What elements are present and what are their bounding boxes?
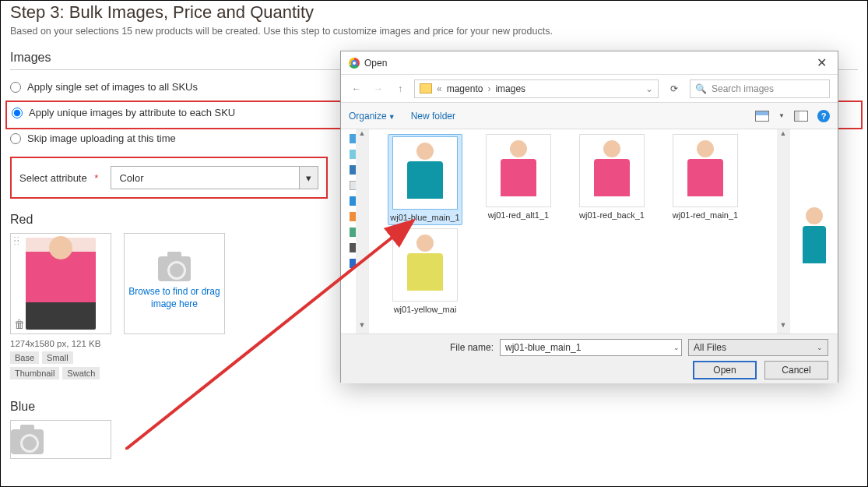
scroll-down-icon[interactable]: ▼ — [777, 321, 789, 333]
search-icon: 🔍 — [695, 83, 707, 94]
file-name: wj01-yellow_mai — [388, 305, 462, 315]
file-name: wj01-blue_main_1 — [390, 213, 460, 223]
step-title: Step 3: Bulk Images, Price and Quantity — [10, 2, 858, 23]
chevron-down-icon: ▾ — [299, 167, 318, 189]
preview-pane — [789, 129, 838, 333]
grid-scrollbar[interactable]: ▲ ▼ — [777, 129, 789, 333]
tag-swatch[interactable]: Swatch — [62, 367, 100, 379]
file-name: wj01-red_alt1_1 — [481, 210, 556, 221]
file-item[interactable]: wj01-blue_main_1 — [388, 134, 462, 225]
file-name: wj01-red_main_1 — [668, 210, 743, 221]
attribute-value: Color — [119, 172, 143, 184]
camera-icon — [11, 429, 44, 454]
view-mode-icon[interactable] — [755, 111, 769, 122]
required-star: * — [94, 172, 98, 184]
file-item[interactable]: wj01-red_main_1 — [668, 134, 743, 225]
chevron-down-icon[interactable]: ⌄ — [817, 344, 823, 351]
radio-label: Skip image uploading at this time — [27, 132, 176, 144]
scroll-up-icon[interactable]: ▲ — [777, 129, 789, 142]
sidebar: ▲ ▼ — [341, 129, 369, 333]
dialog-title: Open — [364, 58, 387, 69]
chevron-down-icon[interactable]: ▼ — [778, 112, 785, 119]
breadcrumb-sep: « — [437, 83, 442, 94]
scroll-down-icon[interactable]: ▼ — [356, 321, 368, 333]
nav-up-icon[interactable]: ↑ — [392, 83, 408, 94]
filename-label: File name: — [450, 342, 494, 353]
sidebar-scrollbar[interactable]: ▲ ▼ — [356, 129, 368, 333]
browse-dropzone-blue[interactable] — [10, 420, 111, 459]
attribute-label: Select attribute — [19, 172, 87, 184]
chevron-down-icon[interactable]: ⌄ — [673, 344, 680, 351]
chevron-down-icon[interactable]: ⌄ — [645, 83, 653, 94]
attribute-select[interactable]: Color ▾ — [111, 166, 318, 189]
filetype-select[interactable]: All Files ⌄ — [688, 339, 828, 356]
radio-label: Apply single set of images to all SKUs — [27, 81, 198, 93]
step-subtitle: Based on your selections 15 new products… — [10, 26, 858, 37]
breadcrumb-part-2[interactable]: images — [495, 83, 525, 94]
file-open-dialog: Open ✕ ← → ↑ « magento › images ⌄ ⟳ 🔍 Se… — [340, 51, 838, 383]
chrome-icon — [349, 58, 360, 69]
browse-text: Browse to find or drag image here — [125, 286, 224, 310]
tag-base[interactable]: Base — [10, 351, 39, 364]
highlight-select-attribute: Select attribute * Color ▾ — [10, 157, 328, 199]
close-icon[interactable]: ✕ — [814, 55, 830, 70]
image-meta: 1274x1580 px, 121 KB — [10, 339, 111, 348]
file-item[interactable]: wj01-red_back_1 — [575, 134, 649, 225]
cancel-button[interactable]: Cancel — [764, 361, 828, 379]
search-placeholder: Search images — [712, 83, 774, 94]
trash-icon[interactable]: 🗑 — [14, 318, 25, 330]
folder-icon — [420, 83, 432, 94]
chevron-right-icon: › — [487, 83, 490, 94]
organize-button[interactable]: Organize▼ — [349, 111, 395, 122]
breadcrumb-part-1[interactable]: magento — [447, 83, 483, 94]
filename-input[interactable]: wj01-blue_main_1 ⌄ — [500, 339, 682, 356]
dialog-titlebar: Open ✕ — [341, 51, 838, 75]
drag-handle-icon[interactable]: ∷∷ — [14, 237, 19, 245]
filetype-value: All Files — [694, 342, 726, 353]
radio-input-single[interactable] — [10, 82, 21, 93]
preview-pane-icon[interactable] — [794, 111, 808, 122]
file-item[interactable]: wj01-red_alt1_1 — [481, 134, 556, 225]
tag-small[interactable]: Small — [42, 351, 73, 364]
open-button[interactable]: Open — [693, 361, 757, 379]
uploaded-image-card[interactable]: ∷∷ 🗑 1274x1580 px, 121 KB Base Small Thu… — [10, 233, 111, 379]
radio-input-unique[interactable] — [12, 108, 23, 118]
camera-icon — [158, 256, 191, 281]
product-image — [26, 238, 96, 330]
preview-image — [803, 207, 826, 246]
dialog-toolbar: Organize▼ New folder ▼ ? — [341, 103, 838, 129]
scroll-up-icon[interactable]: ▲ — [356, 129, 368, 142]
file-item[interactable]: wj01-yellow_mai — [388, 228, 462, 315]
refresh-icon[interactable]: ⟳ — [665, 79, 684, 98]
section-blue-label: Blue — [10, 400, 858, 414]
file-grid[interactable]: wj01-blue_main_1 wj01-red_alt1_1 wj01-re… — [369, 129, 789, 333]
nav-back-icon[interactable]: ← — [349, 83, 364, 94]
nav-forward-icon[interactable]: → — [371, 83, 386, 94]
newfolder-button[interactable]: New folder — [411, 111, 455, 122]
radio-label: Apply unique images by attribute to each… — [29, 107, 235, 118]
help-icon[interactable]: ? — [817, 110, 830, 122]
browse-dropzone[interactable]: Browse to find or drag image here — [124, 233, 225, 334]
search-input[interactable]: 🔍 Search images — [690, 79, 830, 98]
breadcrumb[interactable]: « magento › images ⌄ — [414, 79, 659, 98]
file-name: wj01-red_back_1 — [575, 210, 649, 221]
tag-thumbnail[interactable]: Thumbnail — [10, 367, 59, 379]
radio-input-skip[interactable] — [10, 133, 21, 144]
dialog-nav: ← → ↑ « magento › images ⌄ ⟳ 🔍 Search im… — [341, 75, 838, 103]
filename-value: wj01-blue_main_1 — [505, 342, 581, 353]
dialog-footer: File name: wj01-blue_main_1 ⌄ All Files … — [341, 333, 838, 383]
